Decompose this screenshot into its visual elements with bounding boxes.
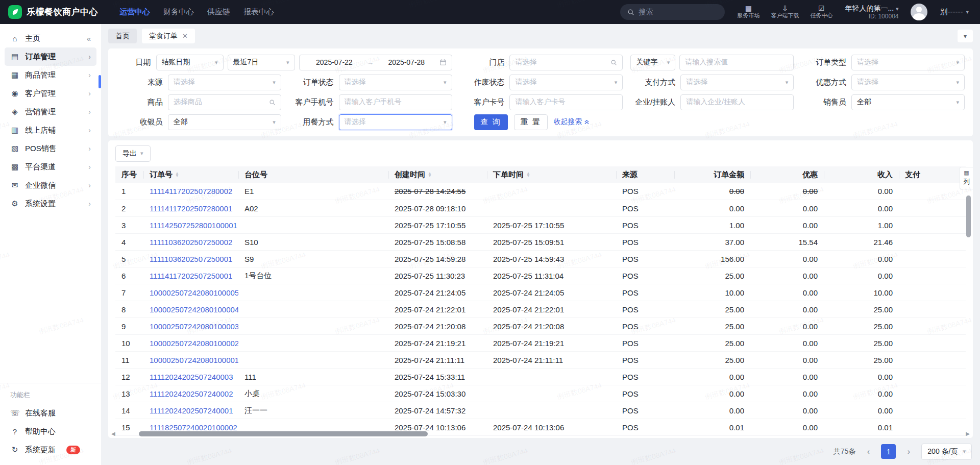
sidebar-item-pos-sales[interactable]: ▧POS销售› — [5, 139, 96, 158]
table-row[interactable]: 411111036202507250002S102025-07-25 15:08… — [115, 234, 966, 251]
sidebar-item-help-center[interactable]: ?帮助中心 — [5, 422, 96, 440]
prev-page-button[interactable]: ‹ — [862, 445, 875, 458]
order-type-select[interactable]: 请选择▾ — [851, 55, 965, 70]
search-button[interactable]: 查 询 — [474, 114, 508, 130]
order-link[interactable]: 100002507242080100003 — [150, 322, 238, 331]
nav-supply-chain[interactable]: 供应链 — [207, 7, 230, 17]
company-input[interactable]: 请输入企业/挂账人 — [680, 94, 794, 110]
tab-dine-in-orders[interactable]: 堂食订单✕ — [142, 29, 195, 43]
sidebar-item-system-update[interactable]: ↻系统更新新 — [5, 440, 96, 459]
sidebar-item-wechat-work[interactable]: ✉企业微信› — [5, 176, 96, 194]
column-header-4[interactable]: 下单时间▲▼ — [487, 166, 616, 183]
table-row[interactable]: 31111425072528001000012025-07-25 17:10:5… — [115, 217, 966, 234]
sidebar-item-customer-management[interactable]: ◉客户管理› — [5, 84, 96, 103]
source-select[interactable]: 请选择▾ — [168, 75, 281, 90]
sort-icon[interactable]: ▲▼ — [428, 173, 432, 178]
export-button[interactable]: 导出 ▾ — [115, 145, 151, 162]
nav-operations-center[interactable]: 运营中心 — [119, 7, 150, 17]
dining-mode-select[interactable]: 请选择▾ — [339, 114, 452, 130]
order-link[interactable]: 100002507242080100001 — [150, 356, 238, 364]
table-row[interactable]: 111114117202507280002E12025-07-28 14:24:… — [115, 183, 966, 200]
sort-icon[interactable]: ▲▼ — [526, 173, 530, 178]
table-row[interactable]: 12111120242025072400031112025-07-24 15:3… — [115, 369, 966, 385]
avatar[interactable] — [911, 4, 927, 20]
order-link[interactable]: 111142507252800100001 — [150, 221, 237, 230]
date-type-select[interactable]: 结账日期▾ — [156, 55, 224, 70]
sort-icon[interactable]: ▲▼ — [175, 173, 179, 178]
sidebar-item-order-management[interactable]: ▤订单管理› — [5, 47, 96, 66]
keyword-type-select[interactable]: 关键字▾ — [630, 55, 675, 70]
customer-card-input[interactable]: 请输入客户卡号 — [509, 94, 623, 110]
goods-input[interactable]: 选择商品 — [168, 94, 281, 110]
nav-finance-center[interactable]: 财务中心 — [163, 7, 194, 17]
quicklink-client-download[interactable]: ⇩客户端下载 — [771, 5, 799, 19]
order-link[interactable]: 11114117202507250001 — [150, 272, 232, 280]
account-switcher[interactable]: 别------ ▾ — [940, 7, 969, 17]
table-row[interactable]: 1411112024202507240001汪一一2025-07-24 14:5… — [115, 402, 966, 419]
keyword-input[interactable]: 请输入搜索值 — [679, 55, 794, 70]
quicklink-service-market[interactable]: ▦服务市场 — [737, 5, 760, 19]
user-info[interactable]: 年轻人的第一... ▾ ID: 100004 — [845, 4, 898, 20]
order-status-select[interactable]: 请选择▾ — [339, 75, 452, 90]
order-link[interactable]: 11114117202507280001 — [150, 204, 232, 213]
global-search-input[interactable]: 搜索 — [620, 4, 725, 20]
table-row[interactable]: 1311112024202507240002小桌2025-07-24 15:03… — [115, 385, 966, 402]
page-size-select[interactable]: 200 条/页 ▾ — [921, 444, 972, 460]
sidebar-item-platform-channels[interactable]: ▩平台渠道› — [5, 158, 96, 176]
order-link[interactable]: 11111036202507250001 — [150, 255, 232, 263]
nav-reports-center[interactable]: 报表中心 — [243, 7, 274, 17]
vertical-scrollbar[interactable]: ▲ — [966, 189, 971, 429]
discount-method-select[interactable]: 请选择▾ — [851, 75, 965, 90]
column-settings-button[interactable]: ▦ 列 — [960, 167, 973, 189]
tab-close-icon[interactable]: ✕ — [182, 32, 188, 40]
order-link[interactable]: 11112024202507240001 — [150, 406, 233, 415]
sidebar-item-goods-management[interactable]: ▦商品管理› — [5, 66, 96, 84]
table-row[interactable]: 81000025072420801000042025-07-24 21:22:0… — [115, 301, 966, 318]
table-row[interactable]: 211114117202507280001A022025-07-28 09:18… — [115, 200, 966, 217]
order-link[interactable]: 11112024202507240002 — [150, 389, 233, 398]
horizontal-scroll-track[interactable] — [117, 431, 964, 436]
order-link[interactable]: 100002507242080100002 — [150, 339, 238, 348]
horizontal-scrollbar[interactable]: ◀ ▶ — [111, 430, 970, 437]
cashier-select[interactable]: 全部▾ — [168, 114, 281, 130]
order-link[interactable]: 100002507242080100004 — [150, 305, 238, 314]
sidebar-item-online-shop[interactable]: ▥线上店铺› — [5, 121, 96, 139]
date-range-picker[interactable]: 2025-07-22 → 2025-07-28 — [299, 55, 452, 70]
column-header-1[interactable]: 订单号▲▼ — [143, 166, 238, 183]
scroll-right-icon[interactable]: ▶ — [966, 431, 970, 436]
pay-method-select[interactable]: 请选择▾ — [680, 75, 794, 90]
tab-actions-button[interactable]: ▾ — [958, 30, 973, 42]
tab-home[interactable]: 首页 — [108, 29, 137, 43]
next-page-button[interactable]: › — [902, 445, 915, 458]
table-row[interactable]: 511111036202507250001S92025-07-25 14:59:… — [115, 251, 966, 267]
chevron-down-icon: ▾ — [444, 79, 447, 86]
column-header-3[interactable]: 创建时间▲▼ — [388, 166, 487, 183]
order-link[interactable]: 11112024202507240003 — [150, 373, 233, 381]
order-link[interactable]: 100002507242080100005 — [150, 288, 238, 297]
void-status-select[interactable]: 请选择▾ — [509, 75, 623, 90]
salesperson-select[interactable]: 全部▾ — [851, 94, 965, 110]
table-row[interactable]: 111000025072420801000012025-07-24 21:11:… — [115, 352, 966, 369]
sidebar-item-marketing-management[interactable]: ◈营销管理› — [5, 103, 96, 121]
sidebar-item-system-settings[interactable]: ⚙系统设置› — [5, 194, 96, 213]
table-row[interactable]: 6111141172025072500011号台位2025-07-25 11:3… — [115, 267, 966, 284]
sidebar-item-online-support[interactable]: ☏在线客服 — [5, 404, 96, 422]
date-preset-select[interactable]: 最近7日▾ — [228, 55, 295, 70]
order-link[interactable]: 11114117202507280002 — [150, 187, 232, 195]
order-link[interactable]: 11111036202507250002 — [150, 238, 232, 247]
cell-amount: 25.00 — [674, 335, 750, 352]
vertical-scroll-thumb[interactable] — [966, 195, 971, 237]
current-page-button[interactable]: 1 — [881, 444, 896, 459]
reset-button[interactable]: 重 置 — [514, 114, 548, 130]
table-row[interactable]: 91000025072420801000032025-07-24 21:20:0… — [115, 318, 966, 335]
quicklink-task-center[interactable]: ☑任务中心 — [810, 5, 832, 19]
table-row[interactable]: 101000025072420801000022025-07-24 21:19:… — [115, 335, 966, 352]
horizontal-scroll-thumb[interactable] — [139, 431, 428, 436]
table-row[interactable]: 71000025072420801000052025-07-24 21:24:0… — [115, 284, 966, 301]
sidebar-collapse-icon[interactable]: « — [87, 34, 91, 43]
sidebar-item-home[interactable]: ⌂主页« — [5, 29, 96, 47]
scroll-left-icon[interactable]: ◀ — [111, 431, 115, 436]
customer-phone-input[interactable]: 请输入客户手机号 — [339, 94, 452, 110]
store-input[interactable]: 请选择 — [509, 55, 623, 70]
collapse-search-link[interactable]: 收起搜索 — [554, 117, 590, 127]
